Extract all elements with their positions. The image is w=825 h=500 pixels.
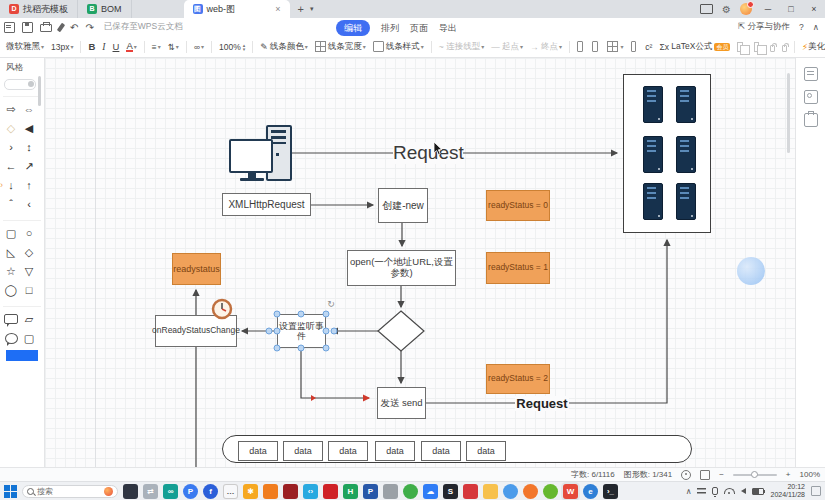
selection-handle[interactable] <box>274 345 281 352</box>
insert-container-icon[interactable] <box>577 41 583 52</box>
taskbar-app-steam[interactable]: S <box>443 484 458 499</box>
server-rack-group[interactable] <box>623 74 711 233</box>
insert-link-button[interactable]: ∞▾ <box>194 42 204 52</box>
resources-panel-icon[interactable] <box>804 113 818 127</box>
data-item[interactable]: data <box>375 441 415 461</box>
locate-icon[interactable] <box>681 470 691 480</box>
connector-endpoint-handle[interactable] <box>331 328 338 335</box>
line-color-button[interactable]: ✎线条颜色▾ <box>260 41 308 53</box>
computer-monitor-icon[interactable] <box>229 139 273 173</box>
notes-panel-icon[interactable] <box>804 67 818 81</box>
node-readystatus-2[interactable]: readyStatus = 2 <box>486 364 550 394</box>
redo-icon[interactable]: ↷ <box>85 22 93 33</box>
shape-rounded-square-icon[interactable]: ▢ <box>24 333 34 344</box>
shape-basic-icon[interactable]: ◯ <box>5 285 17 296</box>
shape-oval-callout-icon[interactable] <box>5 333 18 344</box>
sidebar-scrollbar[interactable] <box>38 76 41 106</box>
fill-style-button[interactable]: ▾ <box>607 41 624 52</box>
request-label-bottom[interactable]: Request <box>515 396 569 411</box>
connector-type-button[interactable]: ~ 连接线型▾ <box>439 41 484 53</box>
condition-diamond[interactable] <box>378 311 424 351</box>
latex-formula-button[interactable]: Σx LaTeX公式会员 <box>659 41 730 53</box>
node-readystatus[interactable]: readystatus <box>172 253 221 285</box>
node-readystatus-0[interactable]: readyStatus = 0 <box>486 190 550 221</box>
italic-button[interactable]: I <box>102 42 105 52</box>
help-icon[interactable]: ? <box>799 22 804 32</box>
main-menu-icon[interactable] <box>4 22 15 33</box>
diagram-canvas[interactable]: Request Request XMLHttpRequest 创建-new op… <box>45 58 795 467</box>
group-icon[interactable] <box>737 42 742 52</box>
shape-arrow-icon[interactable]: ↑ <box>26 180 32 191</box>
selection-handle[interactable] <box>323 345 330 352</box>
connector-endpoint-handle[interactable] <box>266 328 273 335</box>
microphone-icon[interactable] <box>712 487 718 495</box>
unlock-icon[interactable] <box>782 45 787 52</box>
assistant-bubble[interactable] <box>737 257 765 285</box>
taskbar-app-sync[interactable]: ⇄ <box>143 484 158 499</box>
taskbar-app-huorong[interactable]: H <box>343 484 358 499</box>
taskbar-app-explorer[interactable] <box>483 484 498 499</box>
wifi-icon[interactable] <box>724 488 735 494</box>
taskbar-app-adobe[interactable] <box>323 484 338 499</box>
shape-arrow-icon[interactable]: ↗ <box>24 161 33 172</box>
data-container[interactable]: data data data data data data <box>222 435 692 463</box>
line-width-button[interactable]: 线条宽度▾ <box>315 41 366 53</box>
connector-listener-to-send[interactable] <box>301 348 369 398</box>
taskbar-app-dark-red[interactable] <box>283 484 298 499</box>
taskbar-app-blue-p[interactable]: P <box>183 484 198 499</box>
line-spacing-button[interactable]: ⇅▾ <box>168 42 179 52</box>
font-size-select[interactable]: 13px▾ <box>51 42 73 52</box>
tab-web-diagram[interactable]: 图 web-图 × <box>184 0 290 18</box>
shape-basic-icon[interactable]: ◺ <box>7 247 15 258</box>
shape-basic-icon[interactable]: ◇ <box>25 247 33 258</box>
battery-icon[interactable] <box>752 488 764 495</box>
layout-icon[interactable] <box>631 41 637 52</box>
data-item[interactable]: data <box>466 441 506 461</box>
tab-docer[interactable]: D 找稻壳模板 <box>0 0 78 18</box>
notification-center-icon[interactable] <box>811 486 821 496</box>
data-item[interactable]: data <box>283 441 323 461</box>
image-panel-icon[interactable] <box>804 90 818 104</box>
data-item[interactable]: data <box>238 441 278 461</box>
taskbar-app-firefox[interactable] <box>523 484 538 499</box>
maximize-button[interactable]: □ <box>784 4 798 14</box>
zoom-slider-knob[interactable] <box>751 471 758 478</box>
shape-basic-icon[interactable]: ▢ <box>6 228 16 239</box>
taskbar-app-vscode[interactable]: ‹› <box>303 484 318 499</box>
align-button[interactable]: ≡▾ <box>152 42 161 52</box>
superscript-button[interactable]: c² <box>645 42 652 52</box>
shape-arrow-icon[interactable]: › <box>9 142 13 153</box>
bold-button[interactable]: B <box>88 41 95 52</box>
shape-arrow-icon[interactable]: ↓ <box>8 180 14 191</box>
server-icon[interactable] <box>643 136 663 173</box>
taskbar-app-pinwheel[interactable]: ✱ <box>243 484 258 499</box>
insert-image-icon[interactable] <box>592 41 598 52</box>
underline-button[interactable]: U <box>113 41 120 52</box>
canvas-vertical-scrollbar[interactable] <box>787 73 790 153</box>
collapse-toolbar-icon[interactable]: ∧ <box>813 22 819 32</box>
shape-arrow-icon[interactable]: ◀ <box>25 123 33 134</box>
selection-handle[interactable] <box>274 328 281 335</box>
clock-icon[interactable] <box>210 297 234 321</box>
menu-arrange[interactable]: 排列 <box>381 22 399 35</box>
taskbar-search-input[interactable]: 搜索 <box>22 485 118 498</box>
zoom-in-button[interactable]: + <box>786 470 791 479</box>
shape-arrow-icon[interactable]: ‹ <box>27 199 31 210</box>
taskbar-clock[interactable]: 20:12 2024/11/28 <box>770 483 805 499</box>
print-icon[interactable] <box>40 24 52 32</box>
taskbar-app-chat[interactable]: … <box>223 484 238 499</box>
input-method-icon[interactable] <box>697 488 706 495</box>
save-icon[interactable] <box>22 22 33 33</box>
taskbar-app-red-pixel[interactable] <box>463 484 478 499</box>
node-readystatus-1[interactable]: readyStatus = 1 <box>486 252 550 284</box>
fit-screen-icon[interactable] <box>700 470 710 480</box>
tab-list-caret-icon[interactable]: ▾ <box>310 5 314 13</box>
shape-basic-icon[interactable]: ○ <box>26 228 33 239</box>
ungroup-icon[interactable] <box>754 42 759 52</box>
taskbar-app-green-browser[interactable] <box>543 484 558 499</box>
shape-arrow-icon[interactable]: ← <box>6 161 17 172</box>
selection-handle[interactable] <box>274 311 281 318</box>
panel-collapse-icon[interactable]: › <box>0 180 3 190</box>
start-point-button[interactable]: — 起点▾ <box>491 41 523 53</box>
font-color-button[interactable]: A▾ <box>126 41 136 52</box>
